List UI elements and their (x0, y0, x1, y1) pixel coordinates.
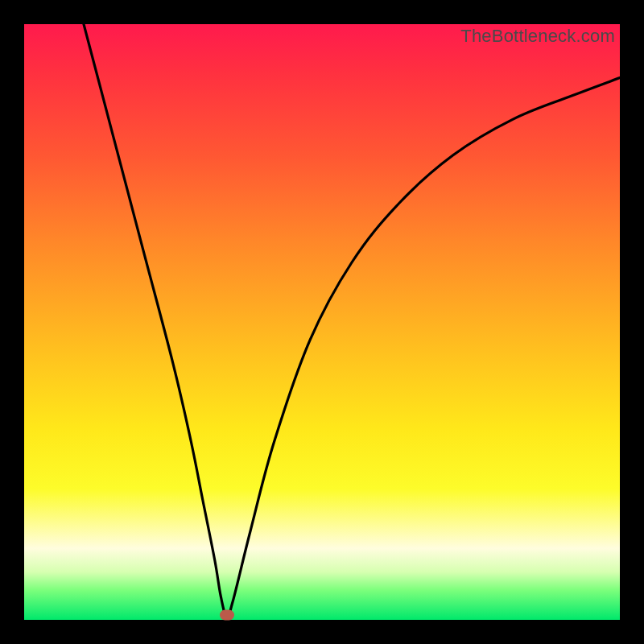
plot-area: TheBottleneck.com (24, 24, 620, 620)
optimal-point-marker (220, 610, 234, 621)
bottleneck-curve (84, 24, 620, 617)
chart-frame: TheBottleneck.com (0, 0, 644, 644)
curve-svg (24, 24, 620, 620)
